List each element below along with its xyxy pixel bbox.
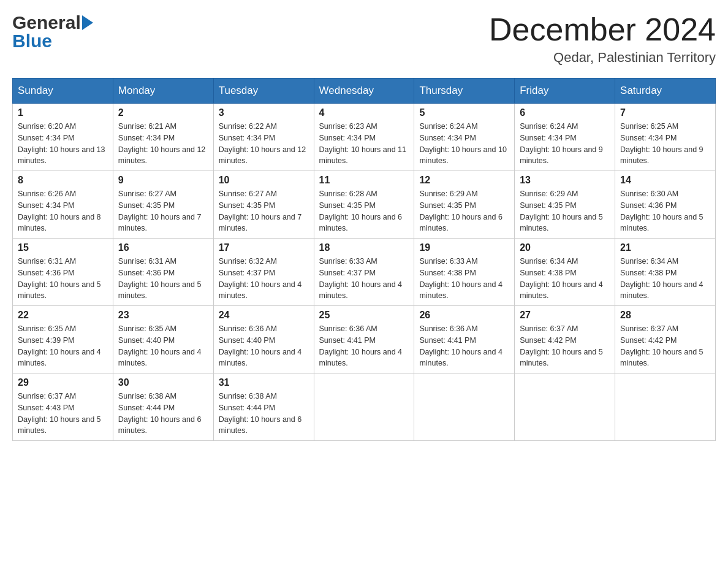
calendar-cell [414, 373, 515, 441]
day-number: 8 [18, 175, 108, 186]
day-number: 25 [319, 310, 409, 321]
week-row-3: 15 Sunrise: 6:31 AM Sunset: 4:36 PM Dayl… [13, 239, 716, 306]
calendar-cell: 30 Sunrise: 6:38 AM Sunset: 4:44 PM Dayl… [113, 373, 213, 441]
day-number: 10 [219, 175, 309, 186]
day-number: 18 [319, 242, 409, 253]
title-section: December 2024 Qedar, Palestinian Territo… [489, 12, 716, 66]
header-wednesday: Wednesday [314, 79, 414, 104]
header-tuesday: Tuesday [213, 79, 314, 104]
location-title: Qedar, Palestinian Territory [489, 50, 716, 66]
day-number: 5 [419, 107, 509, 118]
calendar-cell: 27 Sunrise: 6:37 AM Sunset: 4:42 PM Dayl… [515, 306, 615, 373]
day-info: Sunrise: 6:31 AM Sunset: 4:36 PM Dayligh… [18, 256, 108, 302]
week-row-1: 1 Sunrise: 6:20 AM Sunset: 4:34 PM Dayli… [13, 104, 716, 171]
day-info: Sunrise: 6:30 AM Sunset: 4:36 PM Dayligh… [620, 188, 710, 234]
day-number: 11 [319, 175, 409, 186]
day-info: Sunrise: 6:29 AM Sunset: 4:35 PM Dayligh… [419, 188, 509, 234]
calendar-cell: 19 Sunrise: 6:33 AM Sunset: 4:38 PM Dayl… [414, 239, 515, 306]
day-info: Sunrise: 6:38 AM Sunset: 4:44 PM Dayligh… [219, 391, 309, 437]
calendar-cell: 15 Sunrise: 6:31 AM Sunset: 4:36 PM Dayl… [13, 239, 113, 306]
page-header: General Blue December 2024 Qedar, Palest… [12, 12, 716, 66]
header-sunday: Sunday [13, 79, 113, 104]
day-number: 15 [18, 242, 108, 253]
month-title: December 2024 [489, 12, 716, 47]
calendar-cell: 14 Sunrise: 6:30 AM Sunset: 4:36 PM Dayl… [615, 171, 716, 239]
calendar-cell: 12 Sunrise: 6:29 AM Sunset: 4:35 PM Dayl… [414, 171, 515, 239]
day-info: Sunrise: 6:35 AM Sunset: 4:39 PM Dayligh… [18, 323, 108, 369]
calendar-cell: 28 Sunrise: 6:37 AM Sunset: 4:42 PM Dayl… [615, 306, 716, 373]
day-info: Sunrise: 6:37 AM Sunset: 4:42 PM Dayligh… [520, 323, 610, 369]
day-number: 20 [520, 242, 610, 253]
header-thursday: Thursday [414, 79, 515, 104]
week-row-2: 8 Sunrise: 6:26 AM Sunset: 4:34 PM Dayli… [13, 171, 716, 239]
day-number: 28 [620, 310, 710, 321]
day-info: Sunrise: 6:24 AM Sunset: 4:34 PM Dayligh… [419, 121, 509, 167]
day-number: 19 [419, 242, 509, 253]
calendar-header-row: Sunday Monday Tuesday Wednesday Thursday… [13, 79, 716, 104]
day-number: 17 [219, 242, 309, 253]
day-number: 31 [219, 377, 309, 388]
day-number: 22 [18, 310, 108, 321]
calendar-cell [615, 373, 716, 441]
day-info: Sunrise: 6:33 AM Sunset: 4:38 PM Dayligh… [419, 256, 509, 302]
day-info: Sunrise: 6:29 AM Sunset: 4:35 PM Dayligh… [520, 188, 610, 234]
logo: General Blue [12, 12, 93, 52]
day-info: Sunrise: 6:34 AM Sunset: 4:38 PM Dayligh… [620, 256, 710, 302]
day-info: Sunrise: 6:22 AM Sunset: 4:34 PM Dayligh… [219, 121, 309, 167]
calendar-cell: 22 Sunrise: 6:35 AM Sunset: 4:39 PM Dayl… [13, 306, 113, 373]
day-info: Sunrise: 6:27 AM Sunset: 4:35 PM Dayligh… [219, 188, 309, 234]
day-number: 24 [219, 310, 309, 321]
logo-blue-text: Blue [12, 31, 93, 52]
day-number: 4 [319, 107, 409, 118]
day-info: Sunrise: 6:31 AM Sunset: 4:36 PM Dayligh… [118, 256, 208, 302]
header-monday: Monday [113, 79, 213, 104]
day-number: 9 [118, 175, 208, 186]
day-info: Sunrise: 6:33 AM Sunset: 4:37 PM Dayligh… [319, 256, 409, 302]
day-info: Sunrise: 6:37 AM Sunset: 4:43 PM Dayligh… [18, 391, 108, 437]
calendar-cell: 31 Sunrise: 6:38 AM Sunset: 4:44 PM Dayl… [213, 373, 314, 441]
day-number: 21 [620, 242, 710, 253]
day-info: Sunrise: 6:32 AM Sunset: 4:37 PM Dayligh… [219, 256, 309, 302]
day-number: 12 [419, 175, 509, 186]
day-info: Sunrise: 6:21 AM Sunset: 4:34 PM Dayligh… [118, 121, 208, 167]
calendar-cell: 5 Sunrise: 6:24 AM Sunset: 4:34 PM Dayli… [414, 104, 515, 171]
header-friday: Friday [515, 79, 615, 104]
week-row-5: 29 Sunrise: 6:37 AM Sunset: 4:43 PM Dayl… [13, 373, 716, 441]
day-number: 16 [118, 242, 208, 253]
day-info: Sunrise: 6:20 AM Sunset: 4:34 PM Dayligh… [18, 121, 108, 167]
day-info: Sunrise: 6:24 AM Sunset: 4:34 PM Dayligh… [520, 121, 610, 167]
calendar-cell: 8 Sunrise: 6:26 AM Sunset: 4:34 PM Dayli… [13, 171, 113, 239]
day-info: Sunrise: 6:25 AM Sunset: 4:34 PM Dayligh… [620, 121, 710, 167]
day-number: 6 [520, 107, 610, 118]
day-number: 29 [18, 377, 108, 388]
day-info: Sunrise: 6:28 AM Sunset: 4:35 PM Dayligh… [319, 188, 409, 234]
calendar-cell: 10 Sunrise: 6:27 AM Sunset: 4:35 PM Dayl… [213, 171, 314, 239]
day-number: 3 [219, 107, 309, 118]
calendar-cell: 29 Sunrise: 6:37 AM Sunset: 4:43 PM Dayl… [13, 373, 113, 441]
calendar-cell: 2 Sunrise: 6:21 AM Sunset: 4:34 PM Dayli… [113, 104, 213, 171]
day-info: Sunrise: 6:36 AM Sunset: 4:41 PM Dayligh… [419, 323, 509, 369]
calendar-cell: 1 Sunrise: 6:20 AM Sunset: 4:34 PM Dayli… [13, 104, 113, 171]
calendar-table: Sunday Monday Tuesday Wednesday Thursday… [12, 78, 716, 441]
calendar-cell: 25 Sunrise: 6:36 AM Sunset: 4:41 PM Dayl… [314, 306, 414, 373]
day-info: Sunrise: 6:38 AM Sunset: 4:44 PM Dayligh… [118, 391, 208, 437]
day-info: Sunrise: 6:27 AM Sunset: 4:35 PM Dayligh… [118, 188, 208, 234]
calendar-cell [314, 373, 414, 441]
day-info: Sunrise: 6:34 AM Sunset: 4:38 PM Dayligh… [520, 256, 610, 302]
day-number: 30 [118, 377, 208, 388]
calendar-cell: 18 Sunrise: 6:33 AM Sunset: 4:37 PM Dayl… [314, 239, 414, 306]
week-row-4: 22 Sunrise: 6:35 AM Sunset: 4:39 PM Dayl… [13, 306, 716, 373]
day-number: 27 [520, 310, 610, 321]
day-number: 2 [118, 107, 208, 118]
day-info: Sunrise: 6:36 AM Sunset: 4:41 PM Dayligh… [319, 323, 409, 369]
day-info: Sunrise: 6:26 AM Sunset: 4:34 PM Dayligh… [18, 188, 108, 234]
calendar-cell: 21 Sunrise: 6:34 AM Sunset: 4:38 PM Dayl… [615, 239, 716, 306]
calendar-cell: 7 Sunrise: 6:25 AM Sunset: 4:34 PM Dayli… [615, 104, 716, 171]
calendar-cell [515, 373, 615, 441]
day-number: 13 [520, 175, 610, 186]
calendar-cell: 20 Sunrise: 6:34 AM Sunset: 4:38 PM Dayl… [515, 239, 615, 306]
day-info: Sunrise: 6:35 AM Sunset: 4:40 PM Dayligh… [118, 323, 208, 369]
day-number: 14 [620, 175, 710, 186]
calendar-cell: 9 Sunrise: 6:27 AM Sunset: 4:35 PM Dayli… [113, 171, 213, 239]
header-saturday: Saturday [615, 79, 716, 104]
